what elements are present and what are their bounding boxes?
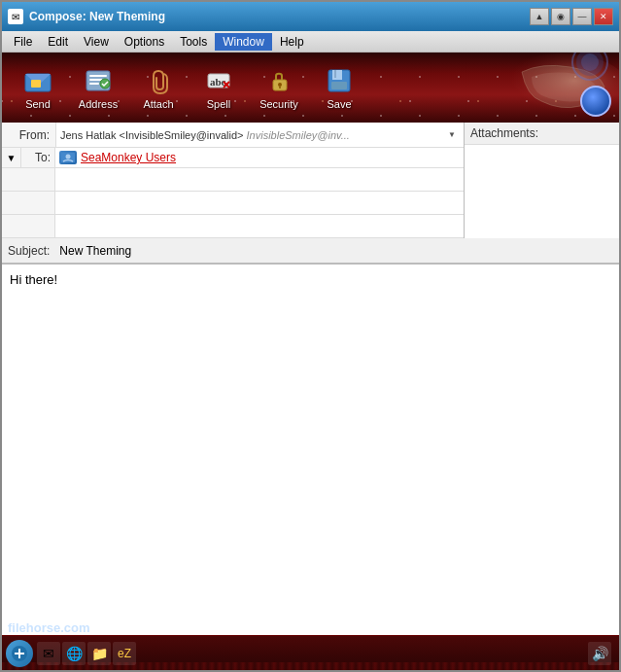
security-label: Security [259,98,298,110]
svg-rect-6 [31,80,41,88]
window-title: Compose: New Theming [29,10,165,23]
empty-row-3 [2,215,464,238]
empty-right-3 [55,215,464,237]
menu-help[interactable]: Help [272,33,312,51]
empty-right-2 [55,192,464,214]
taskbar-files[interactable]: 📁 [87,642,111,665]
from-name: Jens Hatlak <InvisibleSmiley@invalid> [60,129,243,141]
toolbar: Send Address Attach abc Spell Security [2,53,619,123]
address-icon [83,65,114,96]
filehorse-text: filehorse [8,620,60,635]
empty-row-2 [2,192,464,215]
titlebar-left: ✉ Compose: New Theming [8,9,165,24]
send-button[interactable]: Send [10,57,66,118]
attach-button[interactable]: Attach [130,57,187,118]
menu-options[interactable]: Options [117,33,172,51]
svg-rect-10 [89,83,99,85]
menu-file[interactable]: File [6,33,40,51]
compose-body[interactable]: Hi there! [2,264,619,635]
svg-rect-18 [334,70,336,78]
header-fields: From: Jens Hatlak <InvisibleSmiley@inval… [2,123,464,238]
empty-row-1 [2,168,464,192]
svg-rect-17 [332,70,342,80]
subject-row: Subject: [2,238,619,264]
empty-left-3 [2,215,55,237]
window-icon: ✉ [8,9,23,24]
recipient-name[interactable]: SeaMonkey Users [81,151,176,164]
menu-window[interactable]: Window [215,33,272,51]
taskbar-browser[interactable]: 🌐 [62,642,86,665]
compose-area: From: Jens Hatlak <InvisibleSmiley@inval… [2,123,619,635]
body-text: Hi there! [10,272,57,287]
menubar: File Edit View Options Tools Window Help [2,31,619,53]
empty-left-1 [2,168,55,191]
taskbar-monkey[interactable]: eZ [113,642,136,665]
security-icon [263,65,294,96]
from-label: From: [2,128,55,142]
filehorse-watermark: filehorse.com [8,620,90,635]
taskbar-items: ✉ 🌐 📁 eZ [37,642,136,665]
from-dropdown-button[interactable]: ▼ [444,123,460,147]
taskbar-volume[interactable]: 🔊 [588,642,611,665]
empty-right-1 [55,168,464,191]
taskbar-right: 🔊 [588,642,615,665]
menu-tools[interactable]: Tools [172,33,215,51]
to-toggle[interactable]: ▼ [2,148,21,167]
attach-label: Attach [143,98,173,110]
save-button[interactable]: Save [311,57,367,118]
restore-button[interactable]: ◉ [551,8,570,25]
menu-edit[interactable]: Edit [40,33,76,51]
attach-icon [143,65,174,96]
address-button[interactable]: Address [70,57,126,118]
to-row: ▼ To: SeaMonkey Users [2,148,464,168]
menu-view[interactable]: View [76,33,117,51]
taskbar-email[interactable]: ✉ [37,642,60,665]
svg-point-21 [66,155,71,159]
maximize-button[interactable]: — [572,8,592,25]
start-button[interactable] [6,640,33,667]
spell-label: Spell [207,98,230,110]
svg-rect-8 [89,75,107,77]
to-field[interactable]: SeaMonkey Users [55,148,464,167]
save-label: Save [327,98,351,110]
spell-button[interactable]: abc Spell [190,57,247,118]
from-row: From: Jens Hatlak <InvisibleSmiley@inval… [2,123,464,148]
empty-left-2 [2,192,55,214]
svg-rect-19 [331,82,347,89]
window: ✉ Compose: New Theming ▲ ◉ — ✕ File Edit… [0,0,621,672]
taskbar: ✉ 🌐 📁 eZ 🔊 [2,635,619,670]
header-and-attachments: From: Jens Hatlak <InvisibleSmiley@inval… [2,123,619,238]
minimize-button[interactable]: ▲ [530,8,549,25]
attachments-label: Attachments: [465,123,619,145]
titlebar: ✉ Compose: New Theming ▲ ◉ — ✕ [2,2,619,31]
recipient-icon [59,151,77,164]
send-icon [22,65,53,96]
from-email-gray: InvisibleSmiley@inv... [247,129,350,141]
address-label: Address [79,98,118,110]
svg-point-3 [581,53,599,71]
globe-icon [580,86,611,117]
send-label: Send [25,98,51,110]
close-button[interactable]: ✕ [594,8,613,25]
save-icon [324,65,355,96]
attachments-content [465,145,619,238]
from-value: Jens Hatlak <InvisibleSmiley@invalid> In… [60,129,444,141]
svg-point-15 [278,83,282,87]
spell-icon: abc [203,65,234,96]
subject-label: Subject: [2,244,55,258]
filehorse-com: .com [60,620,89,635]
security-button[interactable]: Security [251,57,307,118]
subject-input[interactable] [55,244,619,258]
to-label: To: [21,148,55,167]
attachments-panel: Attachments: [464,123,619,238]
from-value-wrap: Jens Hatlak <InvisibleSmiley@invalid> In… [55,123,464,147]
titlebar-controls: ▲ ◉ — ✕ [530,8,613,25]
